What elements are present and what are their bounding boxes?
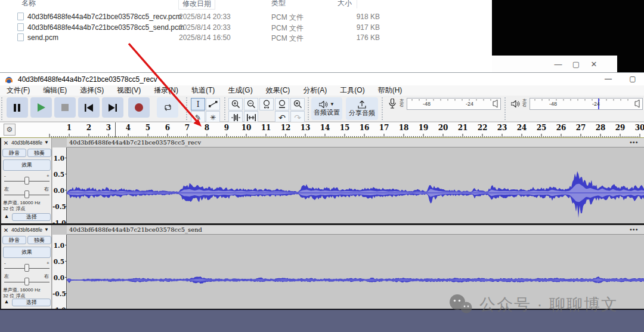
effects-button[interactable]: 效果 [3,159,51,171]
collapse-track-icon[interactable]: ▲ [2,299,11,306]
menu-生成[interactable]: 生成(G) [221,85,259,96]
collapse-track-icon[interactable]: ▲ [2,213,11,221]
share-audio-button[interactable]: 分享音频 [346,97,378,120]
close-icon[interactable]: ✕ [585,57,603,70]
share-audio-label: 分享音频 [349,109,375,118]
audio-setup-button[interactable]: ▼ 音频设置 [311,97,342,120]
toolbar-grip[interactable] [308,97,309,120]
file-date: 2025/8/14 20:33 [179,13,231,21]
pan-slider-handle[interactable] [24,190,29,198]
track-name-dropdown[interactable]: 40d3bf6488fe [11,140,44,146]
audacity-titlebar[interactable]: 40d3bf6488fe44a4b7c21bce03578cc5_recv — … [0,72,644,85]
gain-slider-handle[interactable] [24,264,29,272]
play-meter-button[interactable] [509,99,521,110]
menu-效果[interactable]: 效果(C) [259,85,297,96]
track-separator[interactable] [0,223,644,225]
playback-meter[interactable]: -48-24 [530,98,643,110]
pan-left-label: 左 [4,186,9,192]
record-meter-button[interactable] [386,97,398,110]
menu-文件[interactable]: 文件(F) [0,85,36,96]
skip-to-end-button[interactable] [102,97,123,118]
mute-button[interactable]: 静音 [2,149,26,157]
close-track-icon[interactable]: ✕ [2,139,10,146]
track-control-panel: ✕40d3bf6488fe▼静音独奏效果-+左右单声道, 16000 Hz32 … [1,138,52,223]
timeline-ruler[interactable]: ⚙ 12345678910111213141516171819202122232… [0,122,644,137]
amplitude-label: 0.5 [52,258,64,265]
zoom-in-button[interactable] [228,98,243,110]
zoom-out-button[interactable] [244,98,258,110]
clip-title-bar[interactable]: 40d3bf6488fe44a4b7c21bce03578cc5_recv••• [67,138,644,147]
file-size: 917 KB [320,23,380,32]
track-format-line2: 32 位 浮点 [3,205,25,212]
mute-button[interactable]: 静音 [2,236,26,244]
play-button[interactable] [30,97,52,118]
trim-icon [231,114,240,121]
maximize-icon[interactable]: ▢ [567,57,585,70]
record-button[interactable] [128,97,150,118]
menu-工具[interactable]: 工具(O) [333,85,371,96]
gain-slider-handle[interactable] [24,177,29,185]
column-header-name[interactable]: 名称 [21,0,36,8]
envelope-tool-button[interactable] [206,98,220,110]
chevron-down-icon[interactable]: ▼ [44,227,49,232]
edit-cursor-line [115,122,116,138]
clip-menu-icon[interactable]: ••• [630,138,639,146]
menu-视图[interactable]: 视图(V) [110,85,147,96]
clip-title-bar[interactable]: 40d3bf6488fe44a4b7c21bce03578cc5_send••• [67,225,644,235]
background-window-black-area [492,0,644,56]
menu-分析[interactable]: 分析(A) [296,85,333,96]
waveform-area[interactable] [67,147,644,223]
pencil-icon: ✎ [195,113,201,122]
record-meter[interactable]: -48-24 [407,98,501,110]
solo-button[interactable]: 独奏 [27,236,51,244]
meter-db-label: -24 [592,101,600,107]
chevron-down-icon[interactable]: ▼ [44,140,49,145]
select-button[interactable]: 选择 [12,213,51,221]
screen: 名称 修改日期 类型 大小 40d3bf6488fe44a4b7c21bce03… [0,0,644,332]
column-header-size[interactable]: 大小 [338,0,352,8]
pan-slider-handle[interactable] [24,278,29,285]
file-row[interactable]: 40d3bf6488fe44a4b7c21bce03578cc5_recv.pc… [0,12,489,22]
menu-播录[interactable]: 播录(N) [147,85,185,96]
toolbar-grip[interactable] [186,97,188,120]
file-row[interactable]: 40d3bf6488fe44a4b7c21bce03578cc5_send.pc… [0,23,489,33]
menu-帮助[interactable]: 帮助(H) [371,85,409,96]
file-row[interactable]: send.pcm2025/8/14 16:50PCM 文件176 KB [0,33,489,43]
clip-menu-icon[interactable]: ••• [630,225,639,233]
gain-minus-label: - [4,260,6,266]
fit-selection-button[interactable] [259,98,274,110]
audio-setup-label: 音频设置 [314,108,340,117]
selection-tool-button[interactable]: I [191,98,205,110]
toolbar-grip[interactable] [224,97,226,120]
maximize-icon[interactable]: ▢ [623,73,643,85]
skip-to-start-button[interactable] [78,97,100,118]
stop-button[interactable] [54,97,76,118]
effects-button[interactable]: 效果 [3,247,51,258]
menu-轨道[interactable]: 轨道(T) [185,85,221,96]
file-date: 2025/8/14 20:33 [179,23,231,32]
solo-button[interactable]: 独奏 [27,149,51,157]
minimize-icon[interactable]: — [598,73,618,85]
gain-plus-label: + [47,260,49,266]
minimize-icon[interactable]: — [549,57,567,70]
pause-button[interactable] [7,97,28,118]
audio-track: ✕40d3bf6488fe▼静音独奏效果-+左右单声道, 16000 Hz32 … [0,138,644,223]
toolbar-grip[interactable] [1,97,3,120]
amplitude-ruler[interactable]: 1.00.50.0-0.5-1.0 [52,147,67,223]
toolbar-grip[interactable] [382,97,383,120]
zoom-toggle-button[interactable] [290,98,305,110]
column-header-type[interactable]: 类型 [271,0,286,8]
column-header-date[interactable]: 修改日期 [178,0,215,10]
close-track-icon[interactable]: ✕ [2,226,10,233]
track-name-dropdown[interactable]: 40d3bf6488fe [11,227,44,233]
play-meter-channel-labels: 左 右 [522,99,527,107]
menu-编辑[interactable]: 编辑(E) [36,85,73,96]
asterisk-icon: ✳ [210,113,216,122]
loop-button[interactable] [157,97,178,118]
amplitude-ruler[interactable]: 1.00.50.0-0.5-1.0 [52,235,67,309]
select-button[interactable]: 选择 [12,299,51,306]
toolbar-grip[interactable] [504,97,506,120]
fit-project-button[interactable] [275,98,289,110]
menu-选择[interactable]: 选择(S) [73,85,110,96]
amplitude-label: -0.5 [52,290,64,297]
